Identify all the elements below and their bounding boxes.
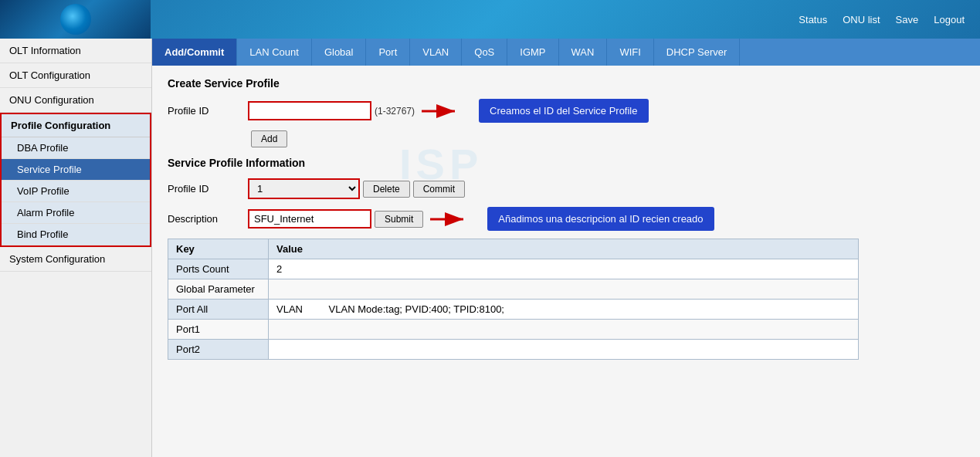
create-section-title: Create Service Profile <box>168 77 965 90</box>
key-cell: Port2 <box>168 340 269 360</box>
add-button[interactable]: Add <box>251 130 287 147</box>
description-label: Description <box>168 213 245 225</box>
profile-configuration-section: Profile Configuration DBA Profile Servic… <box>0 113 151 247</box>
key-cell: Ports Count <box>168 259 269 279</box>
value-cell: VLAN VLAN Mode:tag; PVID:400; TPID:8100; <box>269 300 859 320</box>
sidebar: OLT Information OLT Configuration ONU Co… <box>0 39 152 457</box>
info-section-title: Service Profile Information <box>168 157 965 169</box>
tab-add-commit[interactable]: Add/Commit <box>152 39 237 66</box>
profile-section-header: Profile Configuration <box>2 114 150 137</box>
delete-button[interactable]: Delete <box>363 181 410 198</box>
table-row: Port1 <box>168 320 859 340</box>
onu-list-link[interactable]: ONU list <box>843 14 880 25</box>
layout: OLT Information OLT Configuration ONU Co… <box>0 39 980 457</box>
create-callout: Creamos el ID del Service Profile <box>479 99 648 123</box>
sidebar-item-service[interactable]: Service Profile <box>2 159 150 181</box>
table-row: Ports Count 2 <box>168 259 859 279</box>
tab-dhcp[interactable]: DHCP Server <box>654 39 741 66</box>
description-callout: Añadimos una descripcion al ID recien cr… <box>487 207 714 231</box>
description-input[interactable] <box>248 209 371 228</box>
arrow-to-callout-1 <box>418 100 460 123</box>
info-profile-id-row: Profile ID 1 Delete Commit <box>168 178 965 199</box>
tab-port[interactable]: Port <box>366 39 410 66</box>
profile-id-select[interactable]: 1 <box>248 178 360 199</box>
header-nav: Status ONU list Save Logout <box>799 14 965 25</box>
value-cell <box>269 340 859 360</box>
table-row: Port All VLAN VLAN Mode:tag; PVID:400; T… <box>168 300 859 320</box>
tab-global[interactable]: Global <box>312 39 367 66</box>
col-key: Key <box>168 239 269 259</box>
create-profile-row: Profile ID (1-32767) Creamos el ID del S… <box>168 99 965 123</box>
key-cell: Port All <box>168 300 269 320</box>
table-row: Port2 <box>168 340 859 360</box>
sidebar-item-olt-info[interactable]: OLT Information <box>0 39 151 63</box>
key-cell: Port1 <box>168 320 269 340</box>
logout-link[interactable]: Logout <box>934 14 965 25</box>
globe-icon <box>60 4 91 35</box>
col-value: Value <box>269 239 859 259</box>
sidebar-item-system-config[interactable]: System Configuration <box>0 247 151 272</box>
main-content: Add/Commit LAN Count Global Port VLAN Qo… <box>152 39 980 457</box>
status-link[interactable]: Status <box>799 14 827 25</box>
sidebar-item-voip[interactable]: VoIP Profile <box>2 181 150 202</box>
arrow-to-callout-2 <box>426 208 469 231</box>
add-button-row: Add <box>168 130 965 147</box>
sidebar-item-alarm[interactable]: Alarm Profile <box>2 202 150 224</box>
sidebar-item-dba[interactable]: DBA Profile <box>2 137 150 159</box>
table-row: Global Parameter <box>168 279 859 300</box>
logo <box>0 0 151 39</box>
key-cell: Global Parameter <box>168 279 269 300</box>
header: Status ONU list Save Logout <box>0 0 980 39</box>
description-row: Description Submit Añadimos una descripc… <box>168 207 965 231</box>
create-profile-id-label: Profile ID <box>168 105 245 117</box>
value-cell <box>269 279 859 300</box>
tab-wifi[interactable]: WIFI <box>607 39 653 66</box>
value-cell: 2 <box>269 259 859 279</box>
create-profile-id-hint: (1-32767) <box>375 106 415 117</box>
save-link[interactable]: Save <box>896 14 919 25</box>
tab-vlan[interactable]: VLAN <box>410 39 462 66</box>
create-profile-id-input[interactable] <box>248 101 371 120</box>
service-profile-table: Key Value Ports Count 2 Global Parameter <box>168 239 859 360</box>
sidebar-item-bind[interactable]: Bind Profile <box>2 224 150 245</box>
value-cell <box>269 320 859 340</box>
commit-button[interactable]: Commit <box>413 181 465 198</box>
tab-bar: Add/Commit LAN Count Global Port VLAN Qo… <box>152 39 980 66</box>
sidebar-item-onu-config[interactable]: ONU Configuration <box>0 88 151 113</box>
info-profile-id-label: Profile ID <box>168 183 245 195</box>
tab-wan[interactable]: WAN <box>559 39 608 66</box>
content-area: ISP Create Service Profile Profile ID (1… <box>152 66 980 371</box>
tab-lan-count[interactable]: LAN Count <box>237 39 312 66</box>
sidebar-item-olt-config[interactable]: OLT Configuration <box>0 63 151 88</box>
tab-qos[interactable]: QoS <box>462 39 507 66</box>
tab-igmp[interactable]: IGMP <box>507 39 558 66</box>
main-wrapper: ISP Create Service Profile Profile ID (1… <box>168 77 965 360</box>
submit-button[interactable]: Submit <box>375 211 423 228</box>
